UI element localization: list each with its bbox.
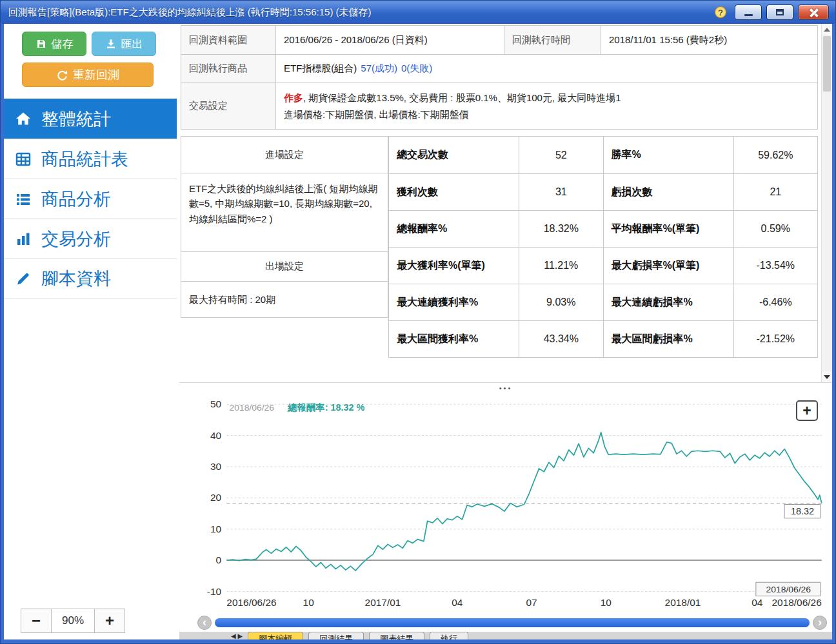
entry-settings-header: 進場設定 xyxy=(181,137,388,173)
help-icon[interactable]: ? xyxy=(715,6,726,18)
stat-value: 31 xyxy=(519,173,602,210)
maximize-button[interactable] xyxy=(766,5,793,20)
list-icon xyxy=(14,190,32,208)
svg-text:2016/06/26: 2016/06/26 xyxy=(226,597,276,608)
titlebar[interactable]: 回測報告[策略](Beta版):ETF之大跌後的均線糾結後上漲 (執行時間:15… xyxy=(1,1,835,24)
nav-item-trade-analysis[interactable]: 交易分析 xyxy=(4,219,177,259)
stat-label: 最大虧損率%(單筆) xyxy=(603,247,733,284)
nav-item-product-analysis[interactable]: 商品分析 xyxy=(4,179,177,219)
rerun-backtest-button[interactable]: 重新回測 xyxy=(22,63,154,87)
stat-value: -21.52% xyxy=(733,320,817,357)
strategy-settings-panel: 進場設定 ETF之大跌後的均線糾結後上漲( 短期均線期數=5, 中期均線期數=1… xyxy=(181,136,388,318)
bottom-tab-strip: ◀ ▶ 腳本編輯 回測結果 圖表結果 執行 xyxy=(179,632,832,639)
overall-stats-section: 進場設定 ETF之大跌後的均線糾結後上漲( 短期均線期數=5, 中期均線期數=1… xyxy=(181,136,818,358)
svg-text:2018/01: 2018/01 xyxy=(665,597,701,608)
entry-settings-desc: ETF之大跌後的均線糾結後上漲( 短期均線期數=5, 中期均線期數=10, 長期… xyxy=(181,173,388,251)
nav-item-product-stats-table[interactable]: 商品統計表 xyxy=(4,139,177,179)
svg-text:30: 30 xyxy=(210,461,221,472)
scroll-left-button[interactable]: ‹ xyxy=(197,616,212,630)
stat-value: -6.46% xyxy=(733,284,817,320)
tab-nav-arrows[interactable]: ◀ ▶ xyxy=(231,632,243,639)
tab-prev-icon[interactable]: ◀ xyxy=(231,632,236,639)
stat-value: 21 xyxy=(733,173,817,210)
svg-text:10: 10 xyxy=(601,597,612,608)
stat-value: 18.32% xyxy=(519,210,602,247)
stat-value: -13.54% xyxy=(733,247,817,284)
nav-label: 交易分析 xyxy=(41,228,111,251)
chart-zoom-in-button[interactable]: + xyxy=(796,400,818,421)
svg-text:10: 10 xyxy=(303,597,314,608)
stat-label: 最大區間虧損率% xyxy=(603,320,733,357)
export-icon xyxy=(105,38,117,50)
sidebar: 儲存 匯出 重新回測 整體統計 商品統計表 xyxy=(4,24,177,639)
nav-item-script-data[interactable]: 腳本資料 xyxy=(4,259,177,298)
stat-label: 最大連續獲利率% xyxy=(388,284,519,320)
stat-label: 虧損次數 xyxy=(603,173,733,210)
export-label: 匯出 xyxy=(121,37,143,52)
vertical-scrollbar xyxy=(821,24,832,382)
chart-hscrollbar: ‹ › xyxy=(179,615,832,632)
info-label-trade-settings: 交易設定 xyxy=(181,83,275,129)
info-label-exec-time: 回測執行時間 xyxy=(504,26,601,54)
svg-text:04: 04 xyxy=(751,597,763,608)
table-icon xyxy=(14,150,32,168)
scrollbar-thumb[interactable] xyxy=(823,36,831,92)
scrollbar-track[interactable] xyxy=(822,35,832,371)
hscroll-track[interactable] xyxy=(215,618,810,627)
bottom-tab[interactable]: 腳本編輯 xyxy=(248,632,303,639)
info-value-trade-settings: 作多, 期貨保證金成數13.5%, 交易費用 : 股票0.1%、期貨100元, … xyxy=(275,83,817,129)
minimize-icon xyxy=(744,14,753,16)
direction-long: 作多 xyxy=(284,92,303,103)
stat-label: 勝率% xyxy=(603,137,733,173)
nav-label: 整體統計 xyxy=(41,108,111,131)
exit-settings-header: 出場設定 xyxy=(181,251,388,281)
scroll-right-button[interactable]: › xyxy=(813,616,827,630)
save-button[interactable]: 儲存 xyxy=(22,32,86,56)
return-chart-panel: 50403020100-102016/06/26102017/010407102… xyxy=(179,393,832,615)
exit-settings-desc: 最大持有時間 : 20期 xyxy=(181,281,388,317)
bottom-tab[interactable]: 回測結果 xyxy=(308,632,364,639)
stat-label: 總交易次數 xyxy=(388,137,519,173)
zoom-in-button[interactable]: + xyxy=(94,609,125,633)
success-count-link[interactable]: 57(成功) xyxy=(361,63,397,75)
save-label: 儲存 xyxy=(52,37,74,52)
svg-text:0: 0 xyxy=(216,554,222,565)
zoom-out-button[interactable]: − xyxy=(21,609,52,633)
nav-item-overall-stats[interactable]: 整體統計 xyxy=(4,99,177,139)
report-scroll-area: 回測資料範圍 2016/06/26 - 2018/06/26 (日資料) 回測執… xyxy=(179,24,832,382)
svg-text:-10: -10 xyxy=(207,586,221,597)
hscroll-thumb[interactable] xyxy=(215,618,810,627)
return-line-chart[interactable]: 50403020100-102016/06/26102017/010407102… xyxy=(196,395,827,615)
trade-settings-line2: 進場價格:下期開盤價, 出場價格:下期開盤價 xyxy=(284,106,469,123)
info-value-products: ETF指標股(組合) 57(成功) 0(失敗) xyxy=(275,54,817,83)
fail-count-link[interactable]: 0(失敗) xyxy=(401,63,432,75)
minimize-button[interactable] xyxy=(735,5,762,20)
scroll-up-button[interactable] xyxy=(822,24,832,35)
arrow-up-icon xyxy=(824,28,830,32)
stat-value: 52 xyxy=(519,137,602,173)
nav-label: 商品分析 xyxy=(41,188,111,211)
stat-label: 平均報酬率%(單筆) xyxy=(603,210,733,247)
bottom-tab[interactable]: 執行 xyxy=(430,632,468,639)
svg-text:18.32: 18.32 xyxy=(791,506,814,516)
info-label-data-range: 回測資料範圍 xyxy=(181,26,275,54)
svg-text:2018/06/26: 2018/06/26 xyxy=(229,403,274,413)
stat-label: 最大連續虧損率% xyxy=(603,284,733,320)
trade-settings-line1: 作多, 期貨保證金成數13.5%, 交易費用 : 股票0.1%、期貨100元, … xyxy=(284,90,621,106)
bottom-tab[interactable]: 圖表結果 xyxy=(369,632,424,639)
home-icon xyxy=(14,110,32,128)
main-content: 回測資料範圍 2016/06/26 - 2018/06/26 (日資料) 回測執… xyxy=(177,24,832,639)
scroll-down-button[interactable] xyxy=(822,371,832,382)
panel-splitter[interactable]: ••• xyxy=(179,382,832,393)
tab-next-icon[interactable]: ▶ xyxy=(237,632,243,639)
stat-value: 43.34% xyxy=(519,320,602,357)
close-button[interactable] xyxy=(798,5,829,20)
product-name: ETF指標股(組合) xyxy=(284,63,357,75)
svg-text:10: 10 xyxy=(210,523,221,534)
export-button[interactable]: 匯出 xyxy=(92,32,156,56)
window-title: 回測報告[策略](Beta版):ETF之大跌後的均線糾結後上漲 (執行時間:15… xyxy=(8,6,372,19)
stat-value: 9.03% xyxy=(519,284,602,320)
info-value-data-range: 2016/06/26 - 2018/06/26 (日資料) xyxy=(275,26,504,54)
svg-text:總報酬率: 18.32 %: 總報酬率: 18.32 % xyxy=(287,402,365,413)
svg-text:2018/06/26: 2018/06/26 xyxy=(766,585,811,594)
